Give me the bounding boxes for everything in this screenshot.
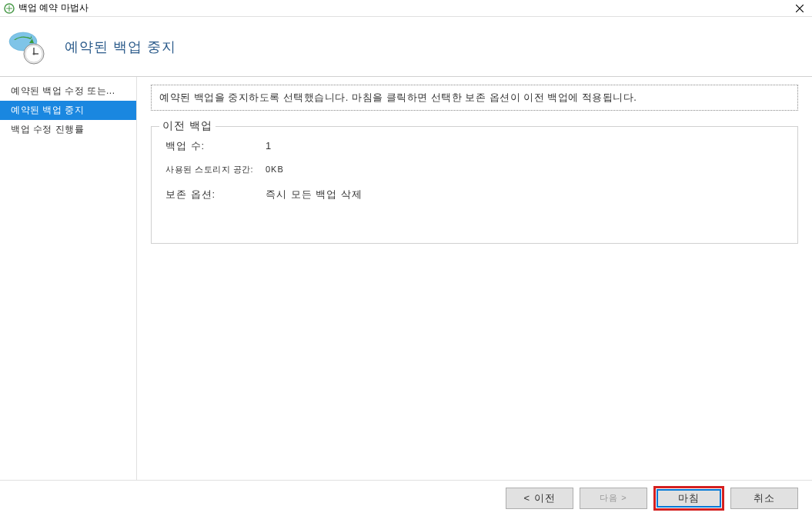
footer: < 이전 다음 > 마침 취소 bbox=[0, 480, 812, 515]
value-backup-count: 1 bbox=[266, 140, 272, 151]
main: 예약된 백업을 중지하도록 선택했습니다. 마침을 클릭하면 선택한 보존 옵션… bbox=[137, 77, 812, 480]
titlebar: 백업 예약 마법사 bbox=[0, 0, 812, 17]
fieldset-legend: 이전 백업 bbox=[159, 119, 216, 133]
finish-button[interactable]: 마침 bbox=[657, 489, 721, 508]
sidebar-item-progress[interactable]: 백업 수정 진행률 bbox=[0, 120, 136, 139]
sidebar: 예약된 백업 수정 또는... 예약된 백업 중지 백업 수정 진행률 bbox=[0, 77, 137, 480]
previous-backup-fieldset: 이전 백업 백업 수: 1 사용된 스토리지 공간: 0KB 보존 옵션: 즉시… bbox=[151, 126, 798, 244]
field-row-retention: 보존 옵션: 즉시 모든 백업 삭제 bbox=[165, 188, 784, 201]
header: 예약된 백업 중지 bbox=[0, 17, 812, 77]
next-button: 다음 > bbox=[580, 488, 647, 509]
window-title: 백업 예약 마법사 bbox=[18, 2, 89, 15]
info-message: 예약된 백업을 중지하도록 선택했습니다. 마침을 클릭하면 선택한 보존 옵션… bbox=[151, 85, 798, 111]
close-button[interactable] bbox=[790, 0, 809, 17]
value-retention: 즉시 모든 백업 삭제 bbox=[266, 188, 363, 201]
back-button[interactable]: < 이전 bbox=[506, 488, 573, 509]
svg-point-7 bbox=[33, 52, 35, 55]
value-storage: 0KB bbox=[266, 165, 284, 174]
page-title: 예약된 백업 중지 bbox=[65, 38, 176, 56]
label-storage: 사용된 스토리지 공간: bbox=[165, 164, 266, 175]
label-backup-count: 백업 수: bbox=[165, 139, 266, 153]
wizard-icon bbox=[8, 28, 46, 66]
label-retention: 보존 옵션: bbox=[165, 188, 266, 201]
finish-highlight: 마침 bbox=[653, 486, 724, 511]
content: 예약된 백업 수정 또는... 예약된 백업 중지 백업 수정 진행률 예약된 … bbox=[0, 77, 812, 480]
cancel-button[interactable]: 취소 bbox=[730, 488, 798, 509]
sidebar-item-modify[interactable]: 예약된 백업 수정 또는... bbox=[0, 82, 136, 101]
field-row-backup-count: 백업 수: 1 bbox=[165, 139, 784, 153]
field-row-storage: 사용된 스토리지 공간: 0KB bbox=[165, 164, 784, 175]
app-icon bbox=[3, 2, 15, 15]
sidebar-item-stop[interactable]: 예약된 백업 중지 bbox=[0, 101, 136, 120]
